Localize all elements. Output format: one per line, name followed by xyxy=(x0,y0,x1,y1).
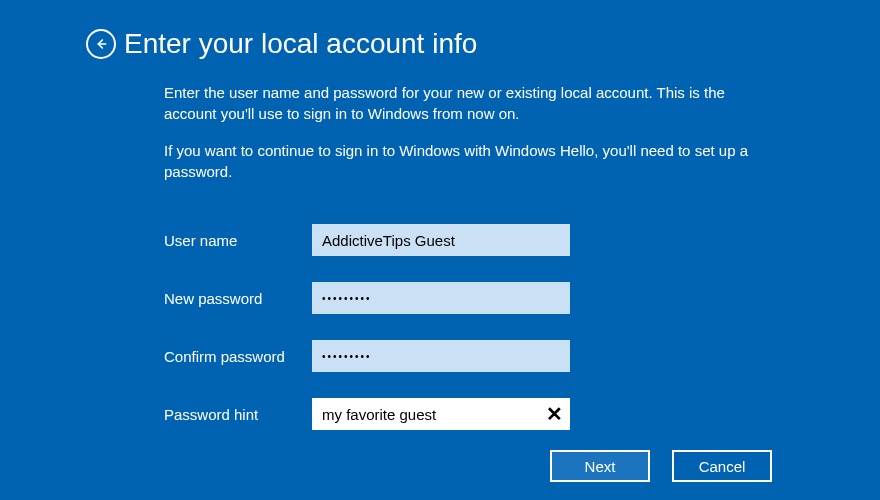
confirm-password-label: Confirm password xyxy=(164,348,312,365)
page-title: Enter your local account info xyxy=(124,28,477,60)
description-paragraph-2: If you want to continue to sign in to Wi… xyxy=(164,140,764,182)
cancel-button[interactable]: Cancel xyxy=(672,450,772,482)
description-paragraph-1: Enter the user name and password for you… xyxy=(164,82,764,124)
password-hint-input[interactable] xyxy=(312,398,570,430)
username-input[interactable] xyxy=(312,224,570,256)
confirm-password-input[interactable] xyxy=(312,340,570,372)
close-icon: ✕ xyxy=(546,402,563,426)
new-password-input[interactable] xyxy=(312,282,570,314)
clear-hint-button[interactable]: ✕ xyxy=(538,398,570,430)
username-label: User name xyxy=(164,232,312,249)
back-button[interactable] xyxy=(86,29,116,59)
next-button[interactable]: Next xyxy=(550,450,650,482)
password-hint-label: Password hint xyxy=(164,406,312,423)
back-arrow-icon xyxy=(93,36,109,52)
new-password-label: New password xyxy=(164,290,312,307)
